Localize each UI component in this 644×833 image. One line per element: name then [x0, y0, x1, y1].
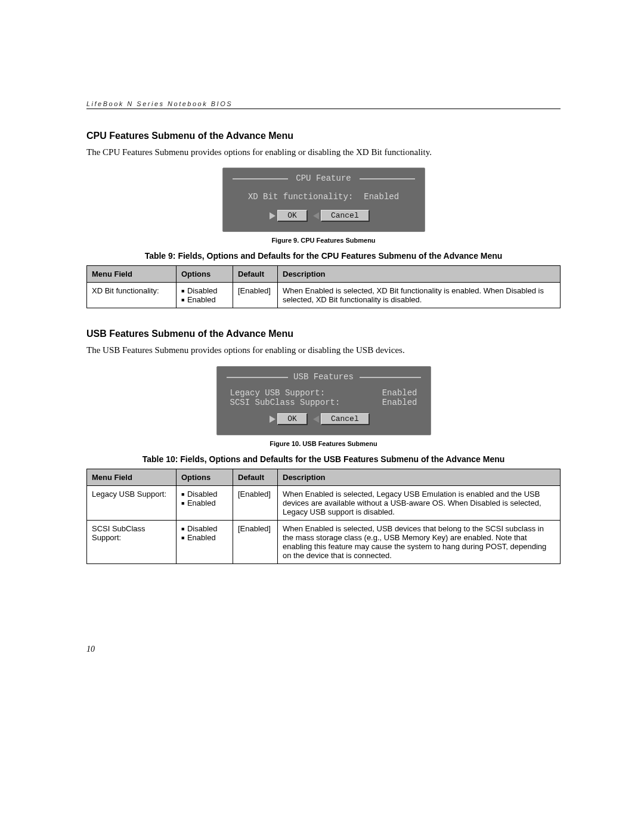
cell-field: SCSI SubClass Support: [87, 520, 177, 563]
bios-field-value: Enabled [364, 192, 399, 202]
cell-default: [Enabled] [233, 283, 278, 308]
bios-figure-cpu: CPU Feature XD Bit functionality: Enable… [86, 168, 561, 232]
bios-field-label: Legacy USB Support: [230, 388, 326, 398]
cpu-options-table: Menu Field Options Default Description X… [86, 265, 561, 308]
bios-ok-button[interactable]: OK [277, 413, 308, 425]
th-menu-field: Menu Field [87, 266, 177, 283]
bios-dialog-usb: USB Features Legacy USB Support: Enabled… [216, 366, 431, 435]
figure-caption-cpu: Figure 9. CPU Features Submenu [86, 237, 561, 244]
section-heading-cpu: CPU Features Submenu of the Advance Menu [86, 131, 561, 141]
table-row: XD Bit functionality: Disabled Enabled [… [87, 283, 561, 308]
th-description: Description [278, 266, 561, 283]
th-description: Description [278, 469, 561, 485]
page-content: LifeBook N Series Notebook BIOS CPU Feat… [86, 100, 561, 564]
bios-cancel-button[interactable]: Cancel [321, 413, 370, 425]
cell-description: When Enabled is selected, XD Bit functio… [278, 283, 561, 308]
cell-description: When Enabled is selected, USB devices th… [278, 520, 561, 563]
table-row: SCSI SubClass Support: Disabled Enabled … [87, 520, 561, 563]
th-default: Default [233, 266, 278, 283]
cell-field: Legacy USB Support: [87, 485, 177, 520]
usb-options-table: Menu Field Options Default Description L… [86, 469, 561, 564]
bios-figure-usb: USB Features Legacy USB Support: Enabled… [86, 366, 561, 435]
cell-options: Disabled Enabled [177, 283, 233, 308]
bios-ok-button[interactable]: OK [277, 210, 308, 222]
table-caption-usb: Table 10: Fields, Options and Defaults f… [86, 454, 561, 464]
cell-options: Disabled Enabled [177, 485, 233, 520]
cell-field: XD Bit functionality: [87, 283, 177, 308]
cell-default: [Enabled] [233, 485, 278, 520]
figure-caption-usb: Figure 10. USB Features Submenu [86, 440, 561, 447]
cell-options: Disabled Enabled [177, 520, 233, 563]
th-default: Default [233, 469, 278, 485]
running-header: LifeBook N Series Notebook BIOS [86, 100, 561, 109]
bios-field-value: Enabled [382, 398, 417, 407]
bios-field-value: Enabled [382, 388, 417, 398]
th-options: Options [177, 266, 233, 283]
bios-field-label: SCSI SubClass Support: [230, 398, 340, 407]
table-row: Legacy USB Support: Disabled Enabled [En… [87, 485, 561, 520]
table-caption-cpu: Table 9: Fields, Options and Defaults fo… [86, 251, 561, 261]
cell-description: When Enabled is selected, Legacy USB Emu… [278, 485, 561, 520]
th-menu-field: Menu Field [87, 469, 177, 485]
bios-cancel-button[interactable]: Cancel [321, 210, 370, 222]
th-options: Options [177, 469, 233, 485]
bios-dialog-cpu: CPU Feature XD Bit functionality: Enable… [222, 168, 425, 232]
section-heading-usb: USB Features Submenu of the Advance Menu [86, 329, 561, 339]
section-body-cpu: The CPU Features Submenu provides option… [86, 146, 561, 158]
cell-default: [Enabled] [233, 520, 278, 563]
section-body-usb: The USB Features Submenu provides option… [86, 344, 561, 356]
page-number: 10 [86, 645, 95, 654]
bios-field-label: XD Bit functionality: [248, 192, 353, 202]
